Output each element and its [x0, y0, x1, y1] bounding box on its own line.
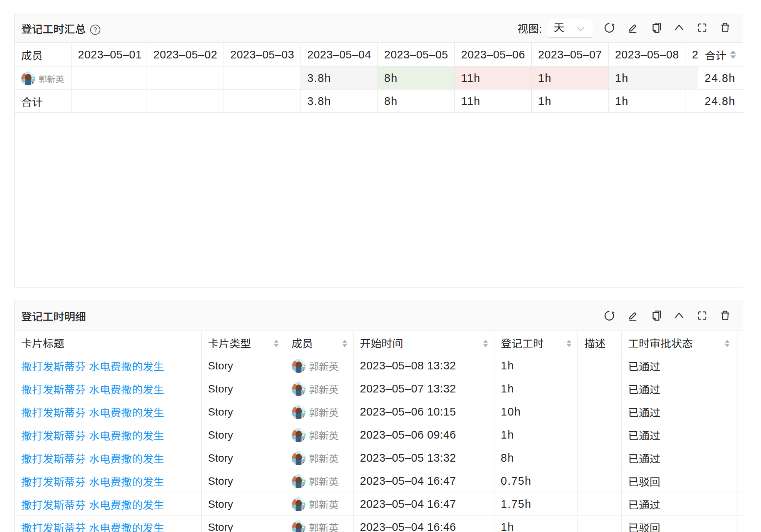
svg-text:?: ? — [93, 26, 97, 33]
